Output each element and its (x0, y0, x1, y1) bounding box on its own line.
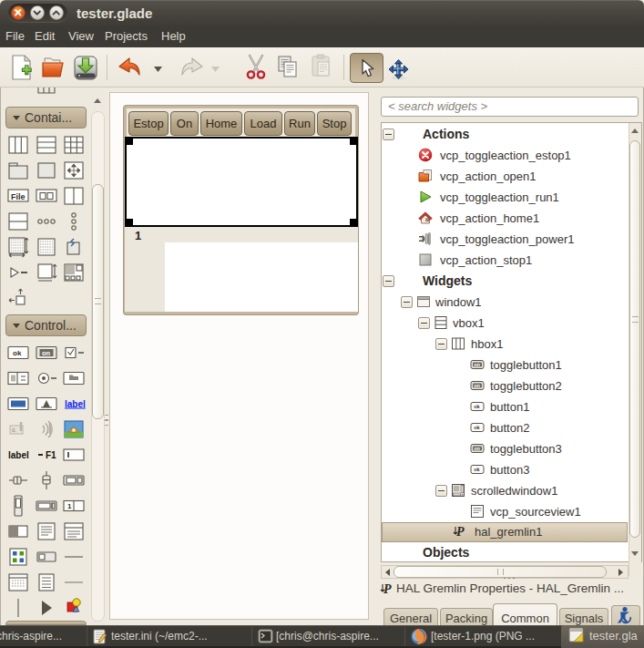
svg-text:P: P (383, 582, 392, 596)
svg-text:on: on (42, 349, 51, 357)
svg-text:ok: ok (13, 349, 22, 357)
svg-text:1: 1 (67, 502, 72, 510)
svg-text:label: label (8, 450, 29, 460)
svg-text:P: P (456, 525, 465, 539)
svg-text:label: label (65, 399, 86, 409)
svg-text:File: File (11, 192, 26, 201)
svg-text:0.: 0. (12, 427, 16, 433)
svg-text:F1: F1 (46, 450, 56, 460)
